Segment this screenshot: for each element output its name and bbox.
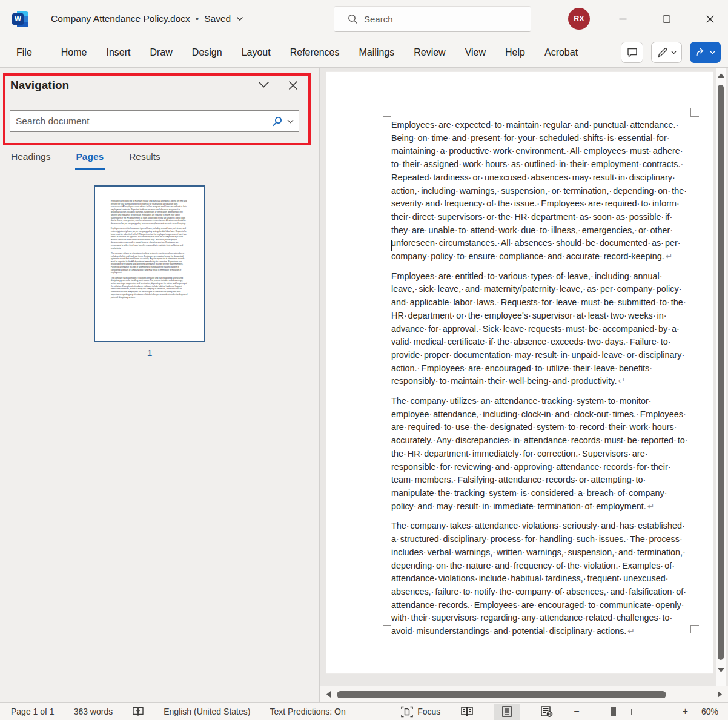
zoom-control: − +	[574, 706, 688, 717]
tab-headings[interactable]: Headings	[11, 151, 51, 170]
ribbon-tab-home[interactable]: Home	[61, 47, 99, 58]
tab-pages[interactable]: Pages	[76, 151, 104, 170]
ribbon-tab-draw[interactable]: Draw	[150, 47, 184, 58]
navigation-collapse-button[interactable]	[258, 81, 270, 88]
word-app-icon: W	[12, 11, 28, 27]
navigation-tabs: Headings Pages Results	[11, 151, 160, 170]
search-input[interactable]	[364, 14, 531, 24]
ribbon-tab-review[interactable]: Review	[414, 47, 457, 58]
avatar[interactable]: RX	[568, 8, 590, 30]
navigation-pane: Navigation Headings Pages Results Employ…	[0, 68, 320, 702]
tab-results[interactable]: Results	[129, 151, 160, 170]
focus-icon	[401, 706, 413, 718]
web-layout-icon	[541, 706, 553, 717]
zoom-in-button[interactable]: +	[683, 706, 688, 717]
title-separator: •	[196, 13, 199, 24]
scroll-right-arrow-icon[interactable]	[715, 690, 724, 699]
comments-button[interactable]	[621, 42, 643, 63]
horizontal-scrollbar-track[interactable]	[337, 691, 711, 698]
document-paragraph[interactable]: Employees· are· expected· to· maintain· …	[391, 119, 689, 263]
scroll-left-arrow-icon[interactable]	[323, 690, 333, 699]
thumbnail-paragraph: The company takes attendance violations …	[111, 277, 188, 299]
focus-mode-button[interactable]: Focus	[401, 706, 440, 718]
ribbon-tab-mailings[interactable]: Mailings	[359, 47, 407, 58]
document-search-input[interactable]	[10, 116, 272, 127]
ribbon-tab-file[interactable]: File	[16, 47, 44, 58]
language-indicator[interactable]: English (United States)	[164, 707, 250, 716]
horizontal-scrollbar-thumb[interactable]	[337, 691, 666, 698]
zoom-out-button[interactable]: −	[574, 706, 579, 717]
close-icon	[288, 81, 298, 90]
scroll-up-arrow-icon[interactable]	[716, 70, 726, 80]
status-bar: Page 1 of 1 363 words English (United St…	[0, 702, 728, 720]
read-mode-icon	[460, 706, 474, 717]
navigation-pane-title: Navigation	[10, 79, 69, 92]
document-text[interactable]: Employees· are· expected· to· maintain· …	[391, 119, 689, 645]
share-button[interactable]	[690, 42, 721, 63]
chevron-down-icon[interactable]	[287, 119, 294, 124]
save-status[interactable]: Saved	[204, 13, 231, 24]
chevron-down-icon	[671, 51, 677, 54]
ribbon-tab-references[interactable]: References	[290, 47, 352, 58]
word-count[interactable]: 363 words	[74, 707, 113, 716]
ribbon-tab-insert[interactable]: Insert	[106, 47, 142, 58]
ribbon-tab-layout[interactable]: Layout	[242, 47, 283, 58]
pencil-icon	[657, 47, 668, 58]
ribbon-tab-bar: File Home Insert Draw Design Layout Refe…	[0, 38, 728, 68]
title-bar: W Company Attendance Policy.docx • Saved…	[0, 0, 728, 38]
page-thumbnail[interactable]: Employees are expected to maintain regul…	[94, 185, 205, 342]
ribbon-tab-help[interactable]: Help	[505, 47, 537, 58]
proofing-book-icon	[132, 706, 144, 717]
chevron-down-icon[interactable]	[236, 16, 243, 21]
vertical-scrollbar[interactable]	[716, 68, 726, 686]
page-thumbnail-number: 1	[94, 348, 205, 358]
search-icon[interactable]	[272, 116, 282, 127]
print-layout-icon	[502, 706, 512, 717]
document-title: Company Attendance Policy.docx • Saved	[51, 0, 243, 38]
editing-mode-button[interactable]	[651, 42, 682, 63]
ribbon-tab-design[interactable]: Design	[192, 47, 234, 58]
navigation-search-box[interactable]	[10, 110, 299, 132]
text-cursor	[391, 240, 392, 251]
text-predictions-indicator[interactable]: Text Predictions: On	[270, 707, 345, 716]
proofing-status-button[interactable]	[132, 706, 144, 717]
navigation-close-button[interactable]	[288, 81, 298, 90]
thumbnail-paragraph: Employees are entitled to various types …	[111, 227, 188, 249]
titlebar-search[interactable]	[334, 6, 531, 32]
vertical-scrollbar-thumb[interactable]	[718, 85, 724, 660]
zoom-slider[interactable]	[586, 707, 677, 716]
document-area: Employees· are· expected· to· maintain· …	[320, 68, 728, 702]
search-icon	[348, 14, 358, 24]
print-layout-button[interactable]	[494, 704, 520, 720]
page-indicator[interactable]: Page 1 of 1	[11, 707, 55, 716]
comment-icon	[627, 47, 638, 58]
maximize-button[interactable]	[652, 0, 680, 38]
zoom-slider-thumb[interactable]	[611, 707, 616, 716]
read-mode-button[interactable]	[454, 704, 480, 720]
document-paragraph[interactable]: The· company· takes· attendance· violati…	[391, 520, 689, 638]
thumbnail-paragraph: The company utilizes an attendance track…	[111, 252, 188, 274]
ribbon-tab-acrobat[interactable]: Acrobat	[544, 47, 590, 58]
thumbnail-paragraph: Employees are expected to maintain regul…	[111, 200, 188, 225]
horizontal-scrollbar[interactable]	[320, 686, 728, 702]
document-paragraph[interactable]: The· company· utilizes· an· attendance· …	[391, 395, 689, 513]
scroll-down-arrow-icon[interactable]	[716, 665, 726, 675]
share-icon	[695, 47, 707, 58]
web-layout-button[interactable]	[534, 704, 560, 720]
chevron-down-icon	[258, 81, 270, 88]
ribbon-tab-view[interactable]: View	[465, 47, 498, 58]
document-paragraph[interactable]: Employees· are· entitled· to· various· t…	[391, 270, 689, 388]
minimize-button[interactable]	[609, 0, 637, 38]
document-title-text: Company Attendance Policy.docx	[51, 13, 190, 24]
close-button[interactable]	[696, 0, 724, 38]
zoom-level[interactable]: 60%	[701, 707, 718, 716]
focus-label: Focus	[417, 707, 440, 716]
chevron-down-icon	[710, 51, 715, 54]
